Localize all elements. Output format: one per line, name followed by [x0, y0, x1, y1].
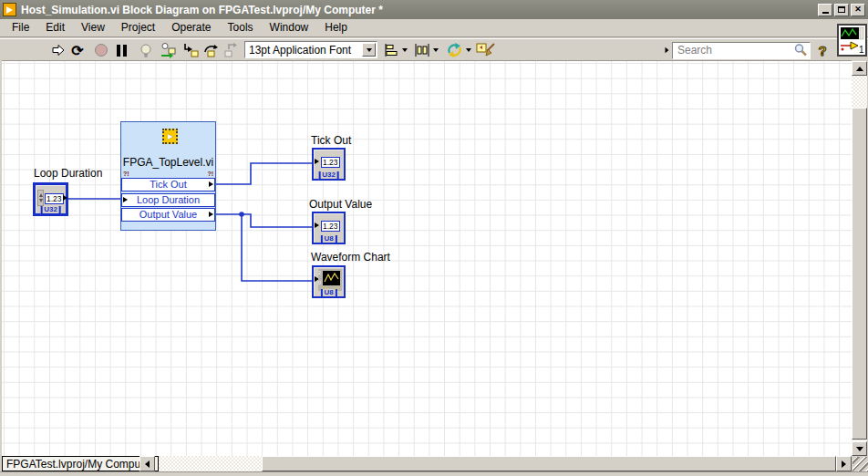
- scroll-right-button[interactable]: [836, 456, 852, 471]
- loop-duration-control[interactable]: 1.23 U32: [33, 182, 68, 216]
- abort-icon: [94, 43, 108, 57]
- labview-window: Host_Simulation.vi Block Diagram on FPGA…: [0, 0, 868, 476]
- tick-out-indicator[interactable]: 1.23 U32: [312, 148, 346, 181]
- arrow-down-icon: [856, 447, 863, 451]
- scroll-left-button[interactable]: [140, 456, 155, 471]
- abort-button[interactable]: [93, 41, 109, 59]
- arrow-up-icon: [856, 67, 863, 71]
- svg-text:0: 0: [318, 280, 321, 285]
- arrow-left-icon: [145, 460, 150, 468]
- wire-tick-out[interactable]: [216, 163, 312, 184]
- waveform-chart-indicator[interactable]: 2 0 00 10 U8: [312, 265, 346, 298]
- menu-edit[interactable]: Edit: [37, 19, 73, 36]
- control-value[interactable]: 1.23: [45, 193, 64, 204]
- step-out-button[interactable]: [222, 41, 239, 59]
- output-arrow-icon: [209, 181, 213, 187]
- font-selector-label: 13pt Application Font: [249, 44, 362, 57]
- block-diagram-canvas[interactable]: FPGA_TopLevel.vi ?! ?! Tick Out Loop Dur…: [2, 60, 852, 456]
- target-tab-label: FPGATest.lvproj/My Computer: [6, 458, 153, 471]
- menu-operate[interactable]: Operate: [163, 19, 219, 36]
- search-input[interactable]: [672, 42, 811, 59]
- maximize-button[interactable]: [834, 4, 849, 16]
- terminal-row-tick-out[interactable]: Tick Out: [121, 178, 215, 191]
- increment-decrement-icon[interactable]: [37, 190, 44, 206]
- input-arrow-icon: [123, 197, 128, 202]
- clean-up-diagram-button[interactable]: [474, 41, 498, 59]
- output-arrow-icon: [209, 212, 213, 217]
- window-bottom-edge: [0, 471, 868, 476]
- terminal-label: Tick Out: [150, 179, 187, 190]
- menu-file[interactable]: File: [4, 19, 37, 36]
- resize-grip[interactable]: [852, 457, 868, 471]
- menu-help[interactable]: Help: [316, 19, 356, 36]
- scroll-down-button[interactable]: [852, 441, 867, 456]
- arrow-right-icon: [842, 460, 846, 468]
- pause-button[interactable]: [115, 41, 128, 59]
- title-bar[interactable]: Host_Simulation.vi Block Diagram on FPGA…: [0, 0, 868, 19]
- terminal-row-loop-duration[interactable]: Loop Duration: [121, 193, 215, 207]
- horizontal-scrollbar-thumb[interactable]: [262, 456, 836, 471]
- input-arrow-icon: [315, 159, 319, 164]
- wire-junction-dot[interactable]: [239, 212, 244, 217]
- distribute-objects-icon: [414, 43, 430, 57]
- vi-icon: 1: [839, 26, 865, 55]
- output-value-indicator[interactable]: 1.23 U8: [312, 212, 346, 244]
- chevron-down-icon: [466, 48, 471, 52]
- labview-app-icon: [3, 3, 16, 16]
- minimize-icon: [822, 12, 829, 14]
- node-corner-mark-left: ?!: [123, 171, 129, 177]
- fpga-vi-icon[interactable]: [162, 129, 178, 144]
- toolbar-overflow-button[interactable]: [662, 41, 671, 59]
- run-continuously-button[interactable]: ⟳: [69, 41, 86, 59]
- data-type-tag: U32: [318, 171, 339, 181]
- wires-layer: [2, 61, 852, 456]
- target-tab[interactable]: FPGATest.lvproj/My Computer: [2, 456, 159, 471]
- menu-project[interactable]: Project: [113, 19, 163, 36]
- menu-view[interactable]: View: [73, 19, 113, 36]
- run-continuously-icon: ⟳: [71, 42, 83, 59]
- vertical-scrollbar-thumb[interactable]: [852, 108, 867, 440]
- terminal-row-output-value[interactable]: Output Value: [121, 208, 215, 222]
- chevron-right-icon: [665, 47, 668, 53]
- step-into-button[interactable]: [181, 41, 200, 59]
- step-out-icon: [223, 42, 238, 58]
- distribute-objects-button[interactable]: [412, 41, 439, 59]
- minimize-button[interactable]: [818, 4, 832, 16]
- close-button[interactable]: ✕: [851, 4, 865, 16]
- align-objects-button[interactable]: [381, 41, 408, 59]
- toolbar: ⟳ 13pt Application Font: [0, 38, 868, 60]
- highlight-execution-button[interactable]: [138, 41, 154, 59]
- font-selector[interactable]: 13pt Application Font: [244, 41, 377, 58]
- wire-output-value[interactable]: [216, 214, 312, 227]
- chevron-down-icon: [433, 48, 439, 52]
- retain-wire-values-icon: [160, 42, 178, 58]
- vi-icon-button[interactable]: 1: [837, 24, 867, 57]
- font-selector-dropdown-button[interactable]: [362, 43, 376, 57]
- indicator-value: 1.23: [321, 157, 340, 168]
- reorder-objects-button[interactable]: [445, 41, 472, 59]
- help-button[interactable]: ?: [815, 41, 830, 59]
- wire-output-value-branch[interactable]: [242, 214, 312, 281]
- clean-up-diagram-icon: [476, 42, 496, 58]
- node-corner-mark-right: ?!: [207, 171, 213, 177]
- step-over-button[interactable]: [202, 41, 221, 59]
- menu-tools[interactable]: Tools: [220, 19, 262, 36]
- svg-text:2: 2: [318, 270, 321, 275]
- run-button[interactable]: [50, 41, 67, 59]
- svg-text:1: 1: [859, 45, 864, 55]
- data-type-tag: U8: [320, 289, 336, 298]
- step-over-icon: [203, 42, 220, 58]
- loop-duration-label: Loop Duration: [34, 167, 102, 180]
- step-into-icon: [182, 42, 199, 58]
- lightbulb-icon: [139, 43, 153, 58]
- menu-window[interactable]: Window: [262, 19, 317, 36]
- input-arrow-icon: [315, 222, 319, 228]
- chevron-down-icon: [367, 48, 372, 52]
- maximize-icon: [838, 6, 845, 13]
- align-objects-icon: [383, 43, 399, 57]
- data-type-tag: U8: [320, 235, 336, 244]
- scroll-up-button[interactable]: [852, 61, 867, 76]
- window-title: Host_Simulation.vi Block Diagram on FPGA…: [21, 4, 814, 16]
- fpga-toplevel-node[interactable]: FPGA_TopLevel.vi ?! ?! Tick Out Loop Dur…: [120, 121, 216, 231]
- retain-wire-values-button[interactable]: [159, 41, 179, 59]
